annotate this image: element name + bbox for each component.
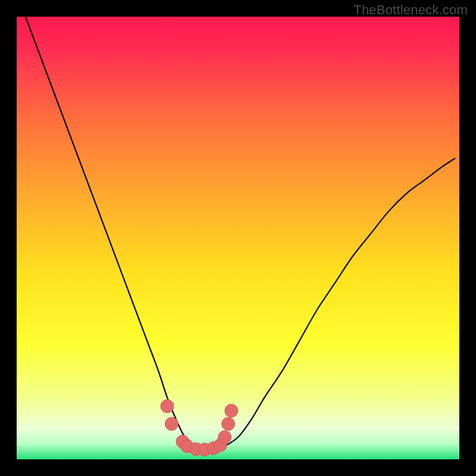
frame: TheBottleneck.com (0, 0, 476, 476)
curve-marker (222, 417, 235, 430)
plot-area (17, 17, 459, 459)
curve-marker (165, 417, 178, 430)
curve-marker (218, 431, 231, 444)
chart-svg (17, 17, 459, 459)
gradient-background (17, 17, 459, 459)
watermark-text: TheBottleneck.com (353, 2, 468, 18)
curve-marker (161, 400, 174, 413)
curve-marker (225, 404, 238, 417)
